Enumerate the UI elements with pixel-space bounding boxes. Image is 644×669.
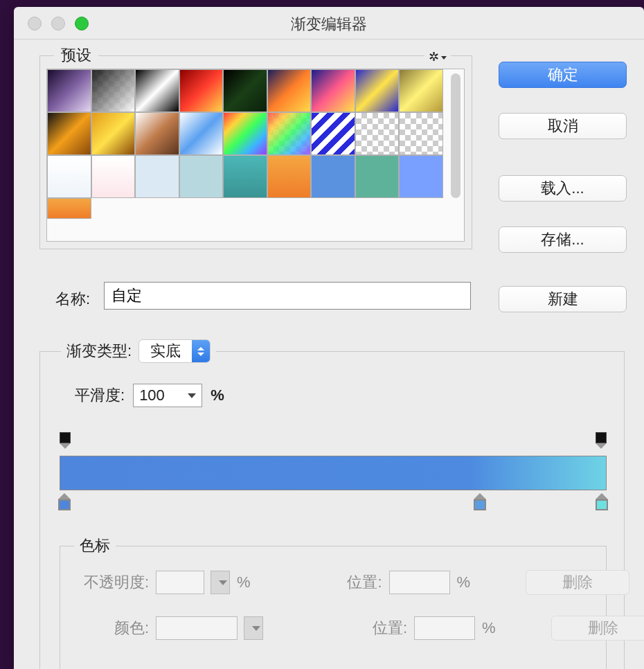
preset-scrollbar[interactable] <box>451 73 460 198</box>
gradient-preview-bar[interactable] <box>60 456 607 490</box>
presets-legend: 预设 <box>54 45 98 66</box>
gradient-legend: 渐变类型: 实底 <box>61 339 216 363</box>
stop-tip-icon <box>60 443 71 449</box>
color-stop-swatch <box>596 499 608 510</box>
preset-swatch[interactable] <box>91 112 136 155</box>
preset-swatch[interactable] <box>135 69 179 112</box>
chevron-down-icon <box>252 626 260 631</box>
color-stop-swatch <box>474 499 486 510</box>
color-row: 颜色: 位置: % 删除 <box>74 616 644 641</box>
preset-swatch[interactable] <box>179 112 224 155</box>
chevron-down-icon <box>188 393 196 398</box>
cancel-button[interactable]: 取消 <box>499 113 627 139</box>
stops-group: 色标 不透明度: % 位置: % 删除 颜色: 位置: <box>60 546 607 669</box>
preset-swatch[interactable] <box>135 155 179 198</box>
preset-swatch[interactable] <box>267 69 312 112</box>
preset-swatch[interactable] <box>91 155 136 198</box>
preset-swatch[interactable] <box>47 155 91 198</box>
preset-swatch[interactable] <box>399 69 443 112</box>
preset-swatch[interactable] <box>223 112 267 155</box>
gradient-editor-window: 渐变编辑器 预设 ✲ 确定 取消 载入... 存储... 新建 名称: 渐变类型… <box>14 7 644 669</box>
preset-swatch[interactable] <box>355 69 400 112</box>
smoothness-unit: % <box>211 386 224 404</box>
client-area: 预设 ✲ 确定 取消 载入... 存储... 新建 名称: 渐变类型: 实底 <box>14 39 644 70</box>
name-input[interactable] <box>104 282 471 310</box>
opacity-position-label: 位置: <box>341 572 382 593</box>
preset-swatch[interactable] <box>267 155 312 198</box>
titlebar: 渐变编辑器 <box>14 7 644 39</box>
color-position-label: 位置: <box>366 618 407 639</box>
stop-tip-icon <box>58 493 71 499</box>
presets-group: 预设 ✲ <box>39 55 472 249</box>
gear-icon[interactable]: ✲ <box>424 49 451 64</box>
gradient-type-label: 渐变类型: <box>66 341 132 362</box>
preset-swatch[interactable] <box>223 155 267 198</box>
opacity-label: 不透明度: <box>74 572 149 593</box>
preset-swatch[interactable] <box>399 155 443 198</box>
opacity-position-input[interactable] <box>389 571 450 594</box>
preset-swatch[interactable] <box>47 112 91 155</box>
preset-swatch[interactable] <box>311 112 355 155</box>
smoothness-input[interactable]: 100 <box>133 384 202 407</box>
color-stop-3[interactable] <box>594 493 609 511</box>
preset-swatch[interactable] <box>311 155 355 198</box>
opacity-input[interactable] <box>156 571 204 594</box>
opacity-stop-swatch <box>596 432 607 443</box>
color-stop-swatch <box>58 499 71 510</box>
preset-swatch[interactable] <box>399 112 443 155</box>
name-label: 名称: <box>42 289 90 310</box>
stop-tip-icon <box>596 443 607 449</box>
preset-swatch[interactable] <box>47 69 91 112</box>
color-position-unit: % <box>482 619 496 637</box>
opacity-row: 不透明度: % 位置: % 删除 <box>74 570 629 595</box>
preset-swatch[interactable] <box>179 155 224 198</box>
opacity-position-unit: % <box>457 573 471 591</box>
color-label: 颜色: <box>74 618 149 639</box>
opacity-dropdown[interactable] <box>211 571 230 594</box>
stepper-arrows-icon <box>192 340 210 362</box>
stops-legend: 色标 <box>74 535 116 556</box>
preset-swatch[interactable] <box>91 69 136 112</box>
preset-swatch[interactable] <box>179 69 224 112</box>
ok-button[interactable]: 确定 <box>499 62 627 88</box>
delete-color-stop-button[interactable]: 删除 <box>551 616 644 641</box>
preset-swatch[interactable] <box>223 69 267 112</box>
preset-swatch[interactable] <box>267 112 312 155</box>
gradient-type-select[interactable]: 实底 <box>138 339 211 363</box>
preset-swatch[interactable] <box>355 112 400 155</box>
window-title: 渐变编辑器 <box>14 14 644 35</box>
preset-swatch[interactable] <box>355 155 400 198</box>
load-button[interactable]: 载入... <box>499 175 627 202</box>
preset-swatch[interactable] <box>47 198 91 219</box>
color-stop-1[interactable] <box>57 493 72 511</box>
color-dropdown[interactable] <box>244 616 263 640</box>
new-button[interactable]: 新建 <box>499 286 627 312</box>
delete-opacity-stop-button[interactable]: 删除 <box>526 570 629 595</box>
opacity-stop-swatch <box>60 432 71 443</box>
opacity-stop-left[interactable] <box>58 432 72 447</box>
smoothness-label: 平滑度: <box>75 385 125 406</box>
color-swatch-input[interactable] <box>156 616 238 640</box>
color-position-input[interactable] <box>414 616 475 640</box>
gradient-group: 渐变类型: 实底 平滑度: 100 % <box>39 351 625 669</box>
color-stop-2[interactable] <box>472 493 488 511</box>
preset-swatch-area <box>46 69 465 242</box>
smoothness-value: 100 <box>139 386 165 404</box>
save-button[interactable]: 存储... <box>499 226 627 253</box>
smoothness-row: 平滑度: 100 % <box>75 384 224 407</box>
opacity-stop-right[interactable] <box>594 432 608 447</box>
gradient-type-value: 实底 <box>139 340 192 362</box>
preset-swatch[interactable] <box>311 69 355 112</box>
preset-swatch[interactable] <box>135 112 179 155</box>
preset-swatch-grid <box>47 69 445 219</box>
opacity-unit: % <box>237 573 251 591</box>
stop-tip-icon <box>474 493 486 499</box>
chevron-down-icon <box>219 580 227 585</box>
stop-tip-icon <box>596 493 608 499</box>
